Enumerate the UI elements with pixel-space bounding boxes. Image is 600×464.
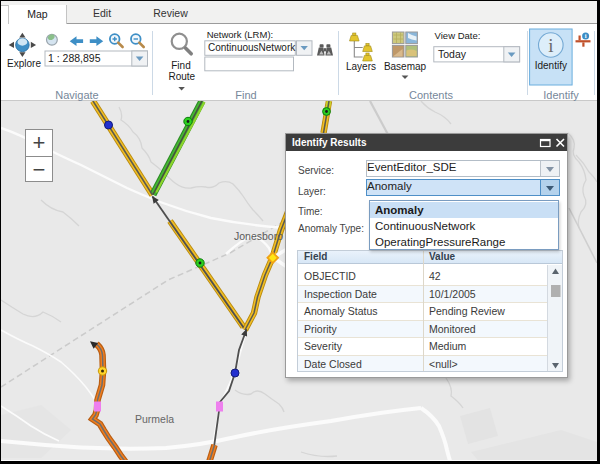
svg-text:Layers: Layers (346, 61, 376, 72)
svg-text:View Date:: View Date: (435, 30, 481, 41)
svg-text:ContinuousNetwork: ContinuousNetwork (208, 42, 296, 53)
svg-text:Today: Today (438, 48, 467, 60)
svg-text:Find: Find (171, 60, 190, 71)
svg-text:Explore: Explore (7, 58, 41, 69)
svg-text:Jonesboro: Jonesboro (234, 230, 283, 242)
svg-text:Route: Route (168, 71, 195, 82)
svg-text:Basemap: Basemap (384, 61, 427, 72)
svg-text:i: i (548, 35, 553, 56)
svg-text:1 : 288,895: 1 : 288,895 (48, 52, 101, 64)
svg-text:Network (LRM):: Network (LRM): (207, 29, 274, 40)
svg-text:i: i (585, 32, 587, 39)
svg-text:Purmela: Purmela (135, 413, 174, 425)
svg-text:Identify: Identify (535, 60, 567, 71)
